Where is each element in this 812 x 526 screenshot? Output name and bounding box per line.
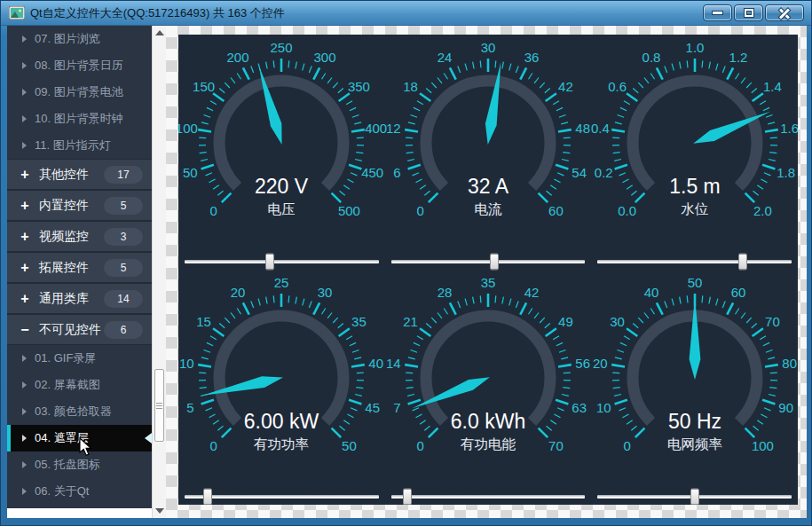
minor-tick [420, 420, 426, 425]
tick-label: 1.8 [777, 165, 795, 180]
gauge-name: 有功功率 [253, 436, 309, 451]
slider-handle[interactable] [690, 489, 699, 506]
close-button[interactable] [765, 4, 804, 21]
gauge-name: 水位 [680, 201, 708, 216]
minor-tick [614, 395, 621, 396]
tick-label: 0.8 [642, 50, 660, 65]
maximize-button[interactable] [734, 4, 763, 21]
sidebar-item-13[interactable]: 03. 颜色拾取器 [7, 398, 152, 425]
minor-tick [769, 137, 777, 138]
sidebar-item-11[interactable]: 01. GIF录屏 [7, 345, 152, 372]
minor-tick [407, 395, 414, 396]
slider-handle[interactable] [490, 254, 499, 271]
minor-tick [209, 414, 216, 418]
minor-tick [200, 373, 207, 373]
major-tick [450, 67, 456, 79]
minor-tick [355, 160, 362, 161]
slider-track [391, 260, 586, 263]
tick-label: 40 [643, 285, 658, 300]
minor-tick [350, 342, 356, 345]
sidebar-scrollbar[interactable] [152, 26, 166, 518]
minor-tick [672, 64, 674, 71]
tick-label: 0.6 [608, 79, 627, 94]
minor-tick [266, 62, 268, 69]
sidebar-item-label: 11. 图片指示灯 [35, 137, 111, 153]
major-tick [635, 428, 644, 438]
major-tick [408, 165, 421, 169]
minor-tick [622, 414, 628, 418]
sidebar-item-12[interactable]: 02. 屏幕截图 [7, 372, 152, 398]
minor-tick [408, 357, 415, 359]
minor-tick [357, 137, 364, 138]
minor-tick [200, 388, 207, 389]
sidebar-item-3[interactable]: 10. 图片背景时钟 [7, 106, 152, 132]
minor-tick [561, 122, 568, 124]
gauge-name: 电流 [474, 201, 502, 216]
minor-tick [473, 297, 475, 304]
sidebar-group-8[interactable]: +拓展控件5 [7, 252, 152, 283]
minor-tick [213, 420, 219, 425]
sidebar-item-0[interactable]: 07. 图片浏览 [7, 26, 152, 52]
sidebar-group-7[interactable]: +视频监控3 [7, 221, 152, 252]
slider-handle[interactable] [403, 489, 412, 506]
tick-label: 42 [558, 79, 573, 94]
minor-tick [303, 64, 304, 71]
minor-tick [624, 336, 630, 340]
minor-tick [769, 160, 776, 161]
minor-tick [220, 89, 225, 93]
sidebar-group-6[interactable]: +内置控件5 [7, 190, 152, 221]
minor-tick [615, 357, 622, 359]
minor-tick [220, 324, 225, 328]
count-badge: 14 [104, 290, 143, 308]
sidebar-group-10[interactable]: −不可见控件6 [7, 314, 152, 345]
major-tick [762, 400, 775, 404]
scrollbar-down-icon[interactable] [155, 508, 164, 514]
minor-tick [617, 350, 624, 353]
scrollbar-thumb[interactable] [154, 369, 164, 442]
major-tick [201, 165, 214, 169]
slider-current[interactable] [391, 254, 586, 270]
sidebar-item-16[interactable]: 06. 关于Qt [7, 478, 152, 505]
slider-handle[interactable] [203, 489, 212, 506]
gauge-value: 1.5 m [669, 175, 721, 198]
slider-grid-frequency[interactable] [597, 489, 792, 505]
minor-tick [709, 297, 711, 304]
minor-tick [350, 107, 356, 110]
tick-label: 48 [575, 121, 590, 136]
chevron-right-icon [22, 142, 27, 149]
count-badge: 5 [104, 197, 143, 215]
minor-tick [431, 82, 437, 88]
minor-tick [410, 350, 417, 353]
sidebar-group-9[interactable]: +通用类库14 [7, 283, 152, 314]
scrollbar-up-icon[interactable] [155, 30, 164, 35]
chevron-right-icon [22, 35, 27, 43]
minor-tick [550, 185, 556, 190]
minor-tick [757, 185, 763, 190]
minor-tick [545, 89, 550, 93]
minimize-button[interactable] [703, 4, 732, 21]
tick-label: 63 [572, 400, 587, 415]
sidebar-item-2[interactable]: 09. 图片背景电池 [7, 79, 152, 106]
slider-handle[interactable] [265, 254, 274, 271]
minor-tick [631, 426, 636, 430]
minor-tick [540, 82, 545, 88]
tick-label: 35 [481, 275, 496, 290]
sidebar-group-5[interactable]: +其他控件17 [7, 159, 152, 190]
minor-tick [768, 357, 775, 359]
sidebar-item-1[interactable]: 08. 图片背景日历 [7, 52, 152, 79]
tick-label: 35 [351, 314, 367, 329]
minor-tick [516, 302, 518, 309]
slider-active-energy[interactable] [391, 489, 586, 505]
major-tick [520, 302, 526, 314]
minor-tick [557, 173, 564, 176]
slider-active-power[interactable] [185, 489, 379, 505]
minor-tick [406, 388, 414, 389]
slider-water-level[interactable] [597, 254, 792, 270]
sidebar-item-4[interactable]: 11. 图片指示灯 [7, 132, 152, 159]
minor-tick [679, 297, 681, 304]
minor-tick [251, 302, 254, 309]
minor-tick [351, 408, 357, 411]
slider-voltage[interactable] [185, 254, 379, 270]
minor-tick [357, 388, 364, 389]
slider-handle[interactable] [738, 254, 747, 271]
